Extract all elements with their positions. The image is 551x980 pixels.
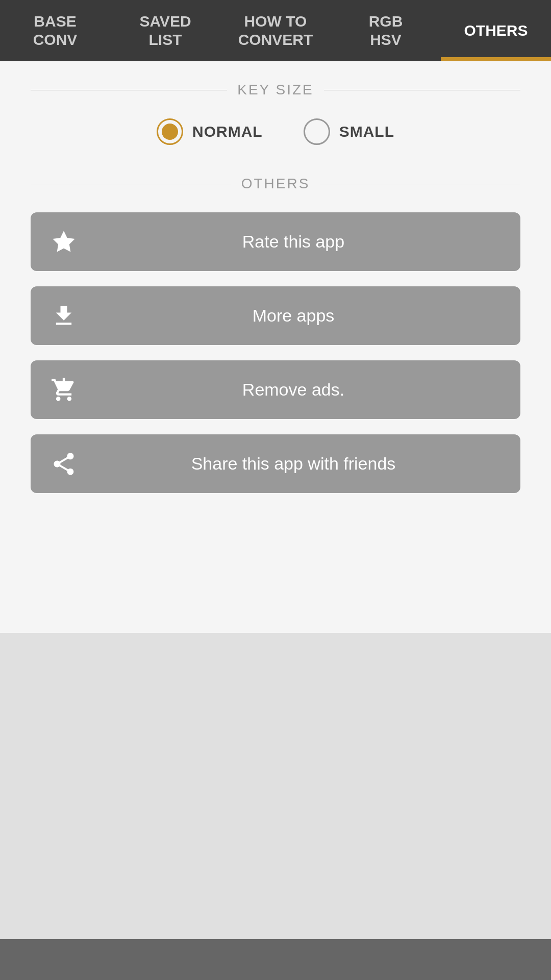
key-size-section: KEY SIZE NORMAL SMALL — [31, 82, 520, 145]
main-content: KEY SIZE NORMAL SMALL OTHERS — [0, 61, 551, 633]
divider-line-left — [31, 90, 227, 90]
more-apps-label: More apps — [82, 306, 505, 326]
remove-ads-button[interactable]: Remove ads. — [31, 360, 520, 419]
radio-group: NORMAL SMALL — [31, 118, 520, 145]
nav-item-how-to-convert[interactable]: HOW TO CONVERT — [220, 0, 331, 61]
nav-label-rgb-hsv: RGB HSV — [369, 12, 403, 49]
radio-inner-normal — [162, 124, 178, 140]
nav-item-others[interactable]: OTHERS — [441, 0, 551, 61]
share-icon — [46, 446, 82, 482]
bottom-bar — [0, 939, 551, 980]
nav-label-base-conv: BASE CONV — [33, 12, 78, 49]
nav-item-saved-list[interactable]: SAVED LIST — [110, 0, 220, 61]
nav-label-how-to-convert: HOW TO CONVERT — [238, 12, 313, 49]
nav-item-rgb-hsv[interactable]: RGB HSV — [331, 0, 441, 61]
others-divider-line-left — [31, 184, 231, 184]
more-apps-button[interactable]: More apps — [31, 286, 520, 345]
radio-label-normal: NORMAL — [192, 123, 263, 140]
share-app-button[interactable]: Share this app with friends — [31, 434, 520, 493]
cart-icon — [46, 372, 82, 408]
others-section: OTHERS Rate this app More apps — [31, 176, 520, 493]
nav-item-base-conv[interactable]: BASE CONV — [0, 0, 110, 61]
key-size-label: KEY SIZE — [227, 82, 324, 98]
download-icon — [46, 298, 82, 334]
radio-label-small: SMALL — [339, 123, 394, 140]
share-app-label: Share this app with friends — [82, 454, 505, 474]
others-label: OTHERS — [231, 176, 320, 192]
gray-area — [0, 633, 551, 939]
rate-app-label: Rate this app — [82, 232, 505, 252]
others-divider-line-right — [320, 184, 520, 184]
divider-line-right — [324, 90, 520, 90]
radio-option-small[interactable]: SMALL — [304, 118, 394, 145]
nav-bar: BASE CONV SAVED LIST HOW TO CONVERT RGB … — [0, 0, 551, 61]
nav-label-others: OTHERS — [464, 21, 528, 40]
radio-circle-small[interactable] — [304, 118, 330, 145]
others-divider: OTHERS — [31, 176, 520, 192]
radio-option-normal[interactable]: NORMAL — [157, 118, 263, 145]
radio-circle-normal[interactable] — [157, 118, 183, 145]
nav-label-saved-list: SAVED LIST — [139, 12, 191, 49]
key-size-divider: KEY SIZE — [31, 82, 520, 98]
remove-ads-label: Remove ads. — [82, 380, 505, 400]
star-icon — [46, 224, 82, 260]
rate-app-button[interactable]: Rate this app — [31, 212, 520, 271]
